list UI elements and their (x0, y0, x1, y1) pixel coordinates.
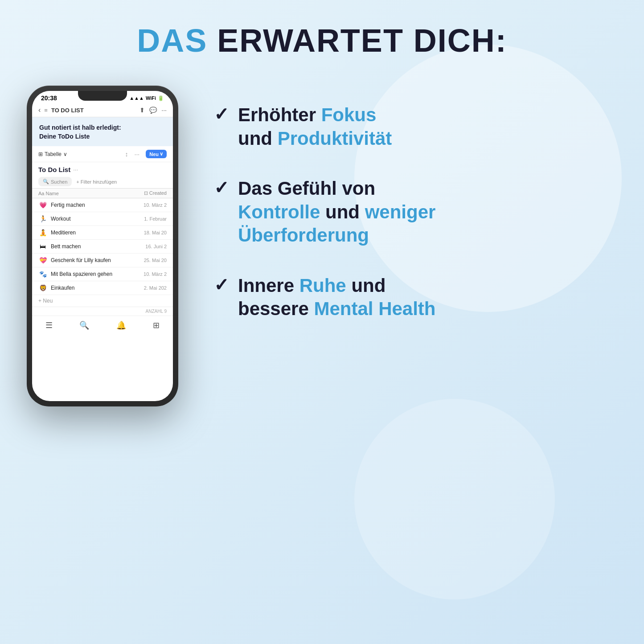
app-toolbar: ⊞ Tabelle ∨ ↕ ··· Neu ∨ (32, 146, 173, 162)
list-title-row: To Do List ··· (32, 162, 173, 175)
app-header: ‹ ≡ TO DO LIST ⬆ 💬 ··· (32, 103, 173, 117)
table-row: 🐾 Mit Bella spazieren gehen 10. März 2 (32, 267, 173, 281)
checkmark-3: ✓ (214, 274, 229, 295)
list-icon: ≡ (44, 107, 48, 114)
col-created-header: ⊡ Created (144, 190, 167, 196)
row-date: 25. Mai 20 (144, 258, 167, 263)
table-row: 🦁 Einkaufen 2. Mai 202 (32, 281, 173, 295)
new-button[interactable]: Neu ∨ (146, 150, 167, 158)
page-title: DAS ERWARTET DICH: (27, 22, 617, 59)
battery-icon: 🔋 (158, 95, 164, 101)
row-emoji: 🏃 (38, 215, 47, 222)
content-area: 20:38 ▲▲▲ WiFi 🔋 ‹ ≡ TO DO LIST ⬆ (27, 86, 617, 626)
row-name: Fertig machen (51, 202, 140, 208)
col-name-header: Aa Name (38, 191, 140, 196)
new-item-row[interactable]: + Neu (32, 295, 173, 307)
row-emoji: 💗 (38, 201, 47, 209)
filter-label: + Filter hinzufügen (76, 179, 117, 185)
new-item-label: + Neu (38, 298, 53, 304)
count-number: 9 (164, 309, 167, 314)
benefit-text-3: Innere Ruhe undbessere Mental Health (238, 274, 436, 321)
count-label: ANZAHL (146, 309, 163, 314)
benefit-2-highlight1: Kontrolle (238, 201, 320, 222)
more-icon[interactable]: ··· (161, 107, 167, 114)
filter-button[interactable]: + Filter hinzufügen (76, 179, 117, 185)
benefit-text-1: Erhöhter Fokus und Produktivität (238, 103, 392, 150)
search-text: Suchen (51, 179, 67, 185)
row-date: 2. Mai 202 (144, 285, 167, 291)
nav-bell-icon[interactable]: 🔔 (116, 320, 126, 330)
benefit-1-highlight1: Fokus (321, 104, 377, 125)
benefit-3-highlight2: Mental Health (314, 298, 435, 319)
table-icon: ⊞ (38, 151, 43, 157)
benefit-3-plain: Innere (238, 275, 299, 296)
benefit-3-highlight1: Ruhe (299, 275, 346, 296)
app-header-title: TO DO LIST (51, 107, 136, 114)
count-row: ANZAHL 9 (32, 307, 173, 316)
row-date: 1. Februar (144, 216, 167, 222)
nav-search-icon[interactable]: 🔍 (79, 320, 89, 330)
new-chevron-icon: ∨ (160, 151, 163, 157)
title-prefix: DAS (137, 23, 207, 58)
hero-text: Gut notiert ist halb erledigt:Deine ToDo… (39, 123, 166, 141)
benefit-item-1: ✓ Erhöhter Fokus und Produktivität (214, 103, 617, 150)
toolbar-more-icon[interactable]: ··· (135, 151, 140, 158)
share-icon[interactable]: ⬆ (139, 107, 145, 114)
table-row: 💝 Geschenk für Lilly kaufen 25. Mai 20 (32, 254, 173, 267)
back-icon[interactable]: ‹ (38, 106, 41, 114)
app-hero: Gut notiert ist halb erledigt:Deine ToDo… (32, 117, 173, 146)
wifi-icon: WiFi (146, 95, 156, 101)
row-name: Bett machen (51, 243, 142, 250)
status-time: 20:38 (41, 94, 57, 102)
row-emoji: 🛏 (38, 243, 47, 250)
row-date: 18. Mai 20 (144, 230, 167, 235)
sort-icon[interactable]: ↕ (125, 151, 128, 158)
nav-list-icon[interactable]: ☰ (45, 320, 53, 330)
new-label: Neu (149, 152, 159, 157)
table-rows: 💗 Fertig machen 10. März 2 🏃 Workout 1. … (32, 198, 173, 295)
search-pill[interactable]: 🔍 Suchen (38, 177, 72, 186)
benefit-1-highlight2: Produktivität (278, 128, 392, 149)
table-row: 💗 Fertig machen 10. März 2 (32, 198, 173, 212)
row-name: Mit Bella spazieren gehen (51, 271, 140, 277)
row-emoji: 🦁 (38, 284, 47, 291)
search-row: 🔍 Suchen + Filter hinzufügen (32, 175, 173, 188)
phone-mockup: 20:38 ▲▲▲ WiFi 🔋 ‹ ≡ TO DO LIST ⬆ (27, 86, 178, 406)
benefit-1-plain: Erhöhter (238, 104, 321, 125)
table-row: 🧘 Meditieren 18. Mai 20 (32, 226, 173, 240)
row-name: Geschenk für Lilly kaufen (51, 257, 140, 263)
nav-plus-icon[interactable]: ⊞ (153, 320, 160, 330)
phone-outer: 20:38 ▲▲▲ WiFi 🔋 ‹ ≡ TO DO LIST ⬆ (27, 86, 178, 406)
table-label: Tabelle (45, 151, 62, 157)
title-suffix: ERWARTET DICH: (207, 23, 507, 58)
list-title: To Do List (38, 166, 70, 173)
row-name: Einkaufen (51, 285, 140, 291)
list-more-icon[interactable]: ··· (73, 166, 78, 173)
benefits-area: ✓ Erhöhter Fokus und Produktivität ✓ Das… (214, 86, 617, 321)
benefit-text-2: Das Gefühl vonKontrolle und wenigerÜberf… (238, 177, 435, 247)
chevron-down-icon: ∨ (63, 151, 67, 157)
table-row: 🏃 Workout 1. Februar (32, 212, 173, 226)
phone-screen: 20:38 ▲▲▲ WiFi 🔋 ‹ ≡ TO DO LIST ⬆ (32, 91, 173, 401)
row-date: 16. Juni 2 (145, 244, 167, 249)
checkmark-2: ✓ (214, 177, 229, 198)
row-emoji: 💝 (38, 257, 47, 264)
row-date: 10. März 2 (144, 202, 167, 208)
row-emoji: 🐾 (38, 271, 47, 278)
header-actions: ⬆ 💬 ··· (139, 107, 167, 114)
table-row: 🛏 Bett machen 16. Juni 2 (32, 240, 173, 254)
table-button[interactable]: ⊞ Tabelle ∨ (38, 151, 67, 157)
row-date: 10. März 2 (144, 271, 167, 277)
app-bottom-nav: ☰ 🔍 🔔 ⊞ (32, 316, 173, 335)
benefit-2-plain: Das Gefühl von (238, 178, 375, 199)
checkmark-1: ✓ (214, 103, 229, 125)
search-icon: 🔍 (43, 179, 49, 185)
status-icons: ▲▲▲ WiFi 🔋 (129, 95, 164, 101)
benefit-item-3: ✓ Innere Ruhe undbessere Mental Health (214, 274, 617, 321)
row-name: Workout (51, 216, 140, 222)
benefit-2-mid: und (320, 201, 365, 222)
row-emoji: 🧘 (38, 229, 47, 236)
table-header: Aa Name ⊡ Created (32, 188, 173, 198)
chat-icon[interactable]: 💬 (149, 107, 157, 114)
benefit-item-2: ✓ Das Gefühl vonKontrolle und wenigerÜbe… (214, 177, 617, 247)
